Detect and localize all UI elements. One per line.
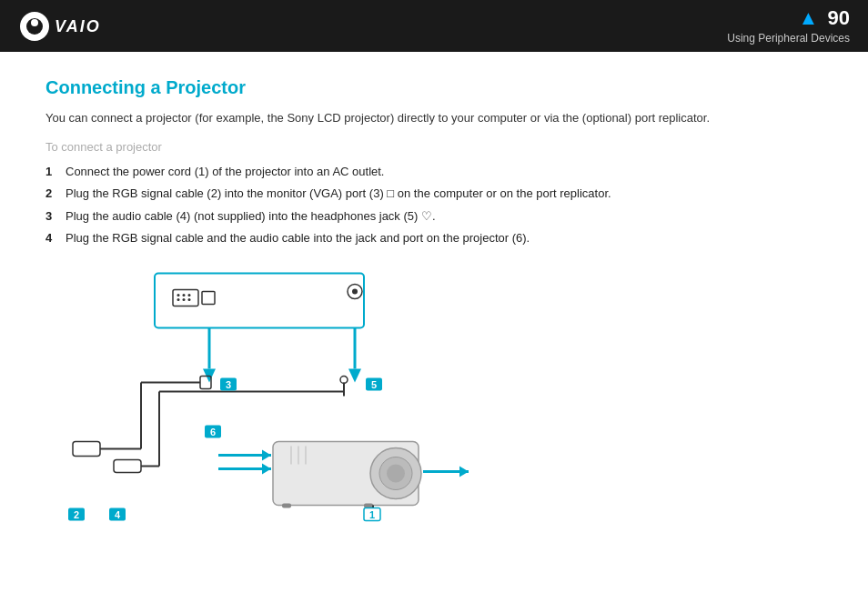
svg-rect-19 xyxy=(73,441,100,456)
step-item: 1Connect the power cord (1) of the proje… xyxy=(45,163,823,181)
step-text: Plug the audio cable (4) (not supplied) … xyxy=(66,207,823,226)
svg-text:2: 2 xyxy=(74,508,79,519)
step-number: 3 xyxy=(45,207,66,226)
svg-rect-24 xyxy=(114,459,141,472)
svg-point-29 xyxy=(340,376,348,383)
vaio-logo: VAIO xyxy=(18,10,109,43)
svg-text:3: 3 xyxy=(226,378,231,389)
step-text: Connect the power cord (1) of the projec… xyxy=(66,163,823,181)
header-info: ▲ 90 Using Peripheral Devices xyxy=(727,8,850,45)
step-text: Plug the RGB signal cable and the audio … xyxy=(66,229,823,247)
svg-text:6: 6 xyxy=(210,426,216,437)
step-item: 2Plug the RGB signal cable (2) into the … xyxy=(45,185,823,203)
section-label: Using Peripheral Devices xyxy=(727,32,850,45)
arrow-icon: ▲ xyxy=(799,6,819,29)
svg-point-33 xyxy=(387,464,405,482)
logo-svg: VAIO xyxy=(18,10,109,43)
svg-marker-42 xyxy=(262,463,271,474)
page-title: Connecting a Projector xyxy=(45,77,823,98)
svg-rect-12 xyxy=(202,291,215,304)
svg-point-10 xyxy=(183,298,186,301)
step-text: Plug the RGB signal cable (2) into the m… xyxy=(66,185,823,203)
step-item: 3Plug the audio cable (4) (not supplied)… xyxy=(45,207,823,226)
svg-point-7 xyxy=(183,294,186,296)
step-number: 2 xyxy=(45,185,66,203)
svg-marker-40 xyxy=(262,449,271,460)
connection-diagram: 1 2 3 4 5 6 xyxy=(64,262,519,526)
header: VAIO ▲ 90 Using Peripheral Devices xyxy=(0,0,868,52)
svg-marker-44 xyxy=(459,466,469,477)
intro-paragraph: You can connect a projector (for example… xyxy=(45,109,823,127)
diagram-area: 1 2 3 4 5 6 xyxy=(64,262,823,526)
svg-point-14 xyxy=(352,288,358,294)
svg-point-11 xyxy=(188,298,191,301)
svg-rect-37 xyxy=(282,503,291,507)
sub-heading: To connect a projector xyxy=(45,140,823,154)
svg-text:1: 1 xyxy=(369,508,375,519)
svg-marker-18 xyxy=(348,368,361,382)
svg-text:4: 4 xyxy=(115,508,121,519)
svg-rect-4 xyxy=(155,273,364,327)
svg-point-9 xyxy=(177,298,180,301)
svg-text:VAIO: VAIO xyxy=(55,17,101,35)
main-content: Connecting a Projector You can connect a… xyxy=(0,52,868,544)
steps-list: 1Connect the power cord (1) of the proje… xyxy=(45,163,823,247)
svg-point-8 xyxy=(188,294,191,296)
svg-rect-5 xyxy=(173,289,198,306)
svg-text:5: 5 xyxy=(371,378,377,389)
svg-point-6 xyxy=(177,294,180,296)
svg-point-2 xyxy=(31,19,38,26)
step-item: 4Plug the RGB signal cable and the audio… xyxy=(45,229,823,247)
step-number: 1 xyxy=(45,163,66,181)
page-number: ▲ 90 xyxy=(727,8,850,28)
step-number: 4 xyxy=(45,229,66,247)
